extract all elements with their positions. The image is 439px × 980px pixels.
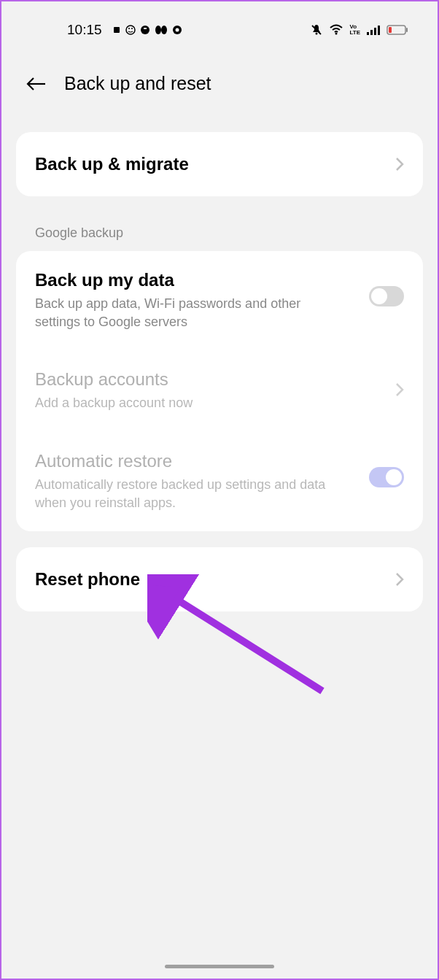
back-button[interactable] [25, 75, 48, 93]
reset-phone-title: Reset phone [35, 569, 140, 590]
backup-my-data-title: Back up my data [35, 270, 369, 290]
automatic-restore-item[interactable]: Automatic restore Automatically restore … [16, 432, 423, 531]
svg-point-2 [128, 28, 130, 29]
status-notification-icons [112, 25, 182, 35]
svg-rect-19 [389, 27, 392, 33]
backup-accounts-title: Backup accounts [35, 369, 395, 390]
svg-point-6 [155, 26, 161, 34]
svg-point-9 [175, 28, 179, 32]
backup-migrate-item[interactable]: Back up & migrate [16, 132, 423, 196]
svg-rect-5 [144, 28, 147, 29]
google-backup-label: Google backup [16, 212, 423, 251]
svg-rect-18 [406, 28, 408, 32]
backup-my-data-subtitle: Back up app data, Wi-Fi passwords and ot… [35, 295, 327, 331]
status-left: 10:15 [67, 22, 182, 38]
automatic-restore-toggle[interactable] [369, 467, 404, 487]
svg-rect-14 [370, 30, 373, 35]
svg-point-4 [141, 26, 149, 34]
svg-point-3 [131, 28, 133, 29]
wifi-icon [329, 24, 343, 36]
svg-point-12 [335, 33, 338, 35]
chevron-right-icon [395, 572, 404, 587]
battery-icon [386, 25, 408, 35]
svg-rect-0 [114, 27, 120, 33]
svg-rect-16 [378, 26, 380, 35]
toggle-knob [371, 288, 387, 304]
mute-icon [310, 23, 323, 36]
backup-accounts-item[interactable]: Backup accounts Add a backup account now [16, 350, 423, 431]
backup-my-data-toggle[interactable] [369, 286, 404, 306]
automatic-restore-title: Automatic restore [35, 451, 369, 471]
status-time: 10:15 [67, 22, 102, 38]
automatic-restore-text: Automatic restore Automatically restore … [35, 451, 369, 512]
status-right-icons: VoLTE [310, 23, 408, 36]
backup-migrate-card: Back up & migrate [16, 132, 423, 196]
home-indicator[interactable] [165, 965, 274, 968]
header: Back up and reset [1, 47, 438, 109]
backup-my-data-item[interactable]: Back up my data Back up app data, Wi-Fi … [16, 251, 423, 350]
reset-card: Reset phone [16, 547, 423, 611]
svg-point-1 [126, 26, 135, 34]
google-backup-card: Back up my data Back up app data, Wi-Fi … [16, 251, 423, 531]
toggle-knob [386, 469, 402, 485]
svg-point-7 [161, 26, 167, 34]
automatic-restore-subtitle: Automatically restore backed up settings… [35, 476, 327, 512]
status-bar: 10:15 VoLTE [1, 1, 438, 47]
backup-accounts-subtitle: Add a backup account now [35, 394, 327, 412]
signal-icon [366, 24, 381, 36]
chevron-right-icon [395, 382, 404, 397]
svg-point-10 [316, 33, 318, 35]
page-title: Back up and reset [64, 73, 211, 94]
content: Back up & migrate Google backup Back up … [1, 109, 438, 611]
backup-migrate-title: Back up & migrate [35, 154, 189, 174]
svg-rect-15 [374, 28, 376, 35]
back-arrow-icon [26, 77, 47, 91]
volte-icon: VoLTE [349, 24, 360, 36]
svg-rect-13 [367, 32, 369, 35]
backup-accounts-text: Backup accounts Add a backup account now [35, 369, 395, 412]
backup-my-data-text: Back up my data Back up app data, Wi-Fi … [35, 270, 369, 331]
chevron-right-icon [395, 157, 404, 171]
reset-phone-item[interactable]: Reset phone [16, 547, 423, 611]
